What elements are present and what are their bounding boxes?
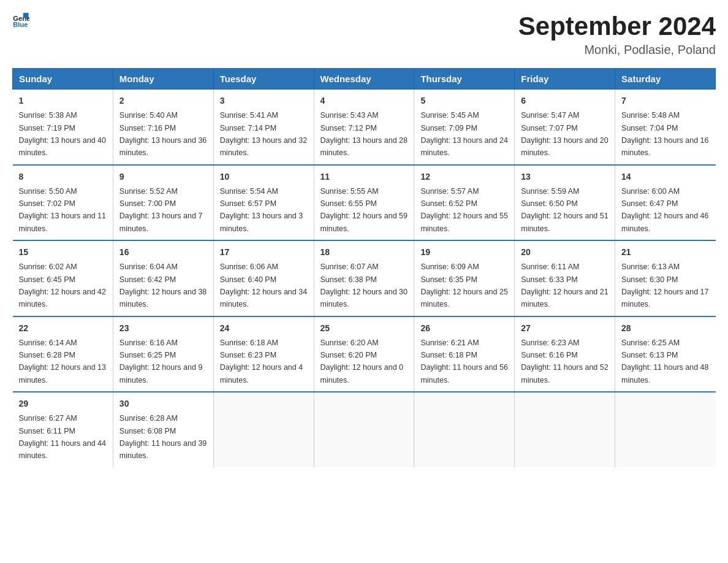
day-info: Sunrise: 6:20 AMSunset: 6:20 PMDaylight:… — [320, 339, 404, 385]
day-cell: 10 Sunrise: 5:54 AMSunset: 6:57 PMDaylig… — [213, 165, 314, 241]
day-info: Sunrise: 6:18 AMSunset: 6:23 PMDaylight:… — [220, 339, 303, 385]
day-cell: 15 Sunrise: 6:02 AMSunset: 6:45 PMDaylig… — [13, 240, 113, 316]
header-cell-monday: Monday — [113, 69, 213, 90]
header-cell-friday: Friday — [515, 69, 615, 90]
header-cell-thursday: Thursday — [414, 69, 515, 90]
day-cell — [314, 392, 414, 467]
day-number: 30 — [119, 397, 207, 410]
day-info: Sunrise: 5:54 AMSunset: 6:57 PMDaylight:… — [220, 187, 303, 233]
day-info: Sunrise: 6:25 AMSunset: 6:13 PMDaylight:… — [621, 339, 708, 385]
day-cell: 25 Sunrise: 6:20 AMSunset: 6:20 PMDaylig… — [314, 316, 414, 393]
day-cell: 9 Sunrise: 5:52 AMSunset: 7:00 PMDayligh… — [113, 165, 213, 241]
logo-graphic: General Blue — [12, 12, 29, 32]
day-info: Sunrise: 6:21 AMSunset: 6:18 PMDaylight:… — [420, 339, 507, 385]
day-info: Sunrise: 6:16 AMSunset: 6:25 PMDaylight:… — [119, 339, 203, 385]
day-info: Sunrise: 5:57 AMSunset: 6:52 PMDaylight:… — [420, 187, 507, 233]
day-cell: 19 Sunrise: 6:09 AMSunset: 6:35 PMDaylig… — [414, 240, 515, 316]
day-cell: 5 Sunrise: 5:45 AMSunset: 7:09 PMDayligh… — [414, 90, 515, 165]
day-cell: 20 Sunrise: 6:11 AMSunset: 6:33 PMDaylig… — [515, 240, 615, 316]
calendar-table: SundayMondayTuesdayWednesdayThursdayFrid… — [12, 68, 716, 467]
day-number: 1 — [19, 94, 107, 107]
day-cell: 17 Sunrise: 6:06 AMSunset: 6:40 PMDaylig… — [213, 240, 314, 316]
day-cell: 14 Sunrise: 6:00 AMSunset: 6:47 PMDaylig… — [615, 165, 716, 241]
day-info: Sunrise: 6:27 AMSunset: 6:11 PMDaylight:… — [19, 414, 106, 460]
day-cell: 21 Sunrise: 6:13 AMSunset: 6:30 PMDaylig… — [615, 240, 716, 316]
day-number: 29 — [19, 397, 107, 410]
day-cell: 2 Sunrise: 5:40 AMSunset: 7:16 PMDayligh… — [113, 90, 213, 165]
day-number: 2 — [119, 94, 207, 107]
day-number: 12 — [420, 170, 508, 183]
day-cell: 26 Sunrise: 6:21 AMSunset: 6:18 PMDaylig… — [414, 316, 515, 393]
day-cell: 13 Sunrise: 5:59 AMSunset: 6:50 PMDaylig… — [515, 165, 615, 241]
day-number: 17 — [220, 246, 308, 259]
header: General Blue September 2024 Monki, Podla… — [12, 12, 716, 57]
day-number: 3 — [220, 94, 308, 107]
day-cell — [615, 392, 716, 467]
header-cell-tuesday: Tuesday — [213, 69, 314, 90]
day-number: 18 — [320, 246, 408, 259]
day-number: 7 — [621, 94, 709, 107]
day-number: 16 — [119, 246, 207, 259]
week-row-4: 22 Sunrise: 6:14 AMSunset: 6:28 PMDaylig… — [13, 316, 716, 393]
day-cell: 7 Sunrise: 5:48 AMSunset: 7:04 PMDayligh… — [615, 90, 716, 165]
day-cell — [515, 392, 615, 467]
day-info: Sunrise: 6:02 AMSunset: 6:45 PMDaylight:… — [19, 262, 106, 308]
title-area: September 2024 Monki, Podlasie, Poland — [518, 12, 716, 57]
day-info: Sunrise: 5:40 AMSunset: 7:16 PMDaylight:… — [119, 111, 207, 157]
day-info: Sunrise: 6:09 AMSunset: 6:35 PMDaylight:… — [420, 262, 507, 308]
day-number: 9 — [119, 170, 207, 183]
day-number: 24 — [220, 322, 308, 335]
day-info: Sunrise: 5:47 AMSunset: 7:07 PMDaylight:… — [521, 111, 608, 157]
day-cell: 23 Sunrise: 6:16 AMSunset: 6:25 PMDaylig… — [113, 316, 213, 393]
day-number: 25 — [320, 322, 408, 335]
day-number: 8 — [19, 170, 107, 183]
day-number: 13 — [521, 170, 609, 183]
day-cell: 11 Sunrise: 5:55 AMSunset: 6:55 PMDaylig… — [314, 165, 414, 241]
day-info: Sunrise: 6:07 AMSunset: 6:38 PMDaylight:… — [320, 262, 408, 308]
day-cell: 29 Sunrise: 6:27 AMSunset: 6:11 PMDaylig… — [13, 392, 113, 467]
day-info: Sunrise: 6:00 AMSunset: 6:47 PMDaylight:… — [621, 187, 708, 233]
sub-title: Monki, Podlasie, Poland — [518, 43, 716, 57]
day-number: 5 — [420, 94, 508, 107]
day-info: Sunrise: 5:45 AMSunset: 7:09 PMDaylight:… — [420, 111, 507, 157]
day-info: Sunrise: 6:28 AMSunset: 6:08 PMDaylight:… — [119, 414, 207, 460]
day-cell — [213, 392, 314, 467]
day-cell — [414, 392, 515, 467]
day-number: 28 — [621, 322, 709, 335]
header-cell-wednesday: Wednesday — [314, 69, 414, 90]
day-info: Sunrise: 5:59 AMSunset: 6:50 PMDaylight:… — [521, 187, 608, 233]
day-info: Sunrise: 5:43 AMSunset: 7:12 PMDaylight:… — [320, 111, 408, 157]
day-cell: 6 Sunrise: 5:47 AMSunset: 7:07 PMDayligh… — [515, 90, 615, 165]
day-cell: 18 Sunrise: 6:07 AMSunset: 6:38 PMDaylig… — [314, 240, 414, 316]
day-info: Sunrise: 6:06 AMSunset: 6:40 PMDaylight:… — [220, 262, 307, 308]
header-row: SundayMondayTuesdayWednesdayThursdayFrid… — [13, 69, 716, 90]
day-cell: 27 Sunrise: 6:23 AMSunset: 6:16 PMDaylig… — [515, 316, 615, 393]
day-cell: 12 Sunrise: 5:57 AMSunset: 6:52 PMDaylig… — [414, 165, 515, 241]
week-row-2: 8 Sunrise: 5:50 AMSunset: 7:02 PMDayligh… — [13, 165, 716, 241]
day-number: 23 — [119, 322, 207, 335]
day-number: 11 — [320, 170, 408, 183]
day-number: 6 — [521, 94, 609, 107]
day-cell: 24 Sunrise: 6:18 AMSunset: 6:23 PMDaylig… — [213, 316, 314, 393]
logo: General Blue — [12, 12, 29, 32]
day-info: Sunrise: 6:04 AMSunset: 6:42 PMDaylight:… — [119, 262, 207, 308]
main-title: September 2024 — [518, 12, 716, 40]
day-info: Sunrise: 6:14 AMSunset: 6:28 PMDaylight:… — [19, 339, 106, 385]
day-number: 4 — [320, 94, 408, 107]
day-number: 22 — [19, 322, 107, 335]
day-number: 26 — [420, 322, 508, 335]
day-info: Sunrise: 5:38 AMSunset: 7:19 PMDaylight:… — [19, 111, 106, 157]
day-cell: 1 Sunrise: 5:38 AMSunset: 7:19 PMDayligh… — [13, 90, 113, 165]
day-cell: 30 Sunrise: 6:28 AMSunset: 6:08 PMDaylig… — [113, 392, 213, 467]
day-number: 20 — [521, 246, 609, 259]
day-cell: 4 Sunrise: 5:43 AMSunset: 7:12 PMDayligh… — [314, 90, 414, 165]
week-row-5: 29 Sunrise: 6:27 AMSunset: 6:11 PMDaylig… — [13, 392, 716, 467]
header-cell-sunday: Sunday — [13, 69, 113, 90]
day-info: Sunrise: 6:23 AMSunset: 6:16 PMDaylight:… — [521, 339, 608, 385]
day-number: 10 — [220, 170, 308, 183]
day-cell: 28 Sunrise: 6:25 AMSunset: 6:13 PMDaylig… — [615, 316, 716, 393]
day-info: Sunrise: 6:11 AMSunset: 6:33 PMDaylight:… — [521, 262, 608, 308]
day-info: Sunrise: 5:55 AMSunset: 6:55 PMDaylight:… — [320, 187, 408, 233]
day-info: Sunrise: 6:13 AMSunset: 6:30 PMDaylight:… — [621, 262, 708, 308]
day-info: Sunrise: 5:41 AMSunset: 7:14 PMDaylight:… — [220, 111, 307, 157]
